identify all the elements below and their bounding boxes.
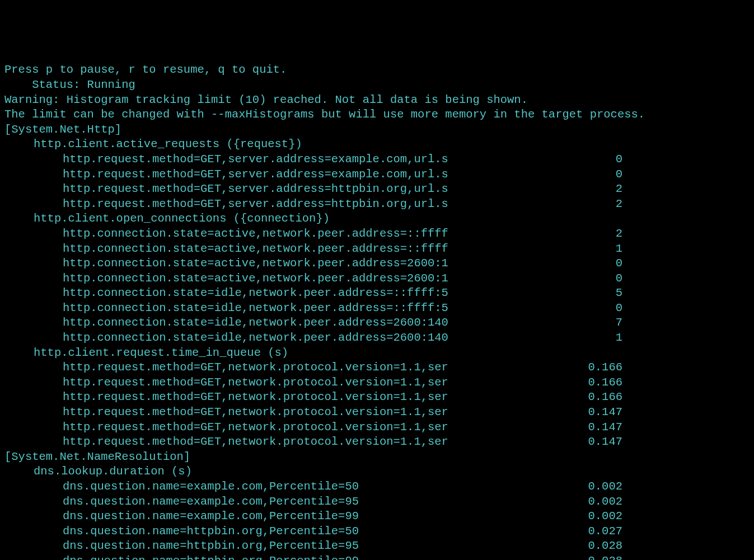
metric-row-0-0-1: http.request.method=GET,server.address=e… xyxy=(4,167,750,182)
metric-row-0-1-2-label: http.connection.state=active,network.pee… xyxy=(4,256,550,271)
metric-name-0-2: http.client.request.time_in_queue (s) xyxy=(4,346,750,361)
metric-row-0-1-1: http.connection.state=active,network.pee… xyxy=(4,242,750,257)
metric-row-1-0-1-value: 0.002 xyxy=(550,495,622,510)
metric-row-1-0-3-label: dns.question.name=httpbin.org,Percentile… xyxy=(4,524,550,539)
metric-row-1-0-4-value: 0.028 xyxy=(550,539,622,554)
metric-row-0-2-2-label: http.request.method=GET,network.protocol… xyxy=(4,390,550,405)
metric-row-0-1-5-label: http.connection.state=idle,network.peer.… xyxy=(4,301,550,316)
group-title-0: [System.Net.Http] xyxy=(4,123,750,138)
metric-row-0-1-4: http.connection.state=idle,network.peer.… xyxy=(4,286,750,301)
metric-row-0-0-0: http.request.method=GET,server.address=e… xyxy=(4,152,750,167)
metric-row-0-1-0-label: http.connection.state=active,network.pee… xyxy=(4,227,550,242)
metric-row-0-0-3-label: http.request.method=GET,server.address=h… xyxy=(4,197,550,212)
terminal-output: Press p to pause, r to resume, q to quit… xyxy=(4,63,750,560)
metric-row-1-0-4-label: dns.question.name=httpbin.org,Percentile… xyxy=(4,539,550,554)
metric-row-1-0-5: dns.question.name=httpbin.org,Percentile… xyxy=(4,554,750,560)
metric-row-1-0-0-label: dns.question.name=example.com,Percentile… xyxy=(4,479,550,495)
metric-row-0-0-2: http.request.method=GET,server.address=h… xyxy=(4,182,750,197)
metric-row-0-2-1-label: http.request.method=GET,network.protocol… xyxy=(4,375,550,390)
metric-row-0-1-7-value: 1 xyxy=(550,331,622,346)
group-title-1: [System.Net.NameResolution] xyxy=(4,450,750,465)
metric-name-1-0: dns.lookup.duration (s) xyxy=(4,464,750,479)
hint-line: Press p to pause, r to resume, q to quit… xyxy=(4,63,750,78)
status-line: Status: Running xyxy=(4,78,750,93)
metric-row-0-0-0-value: 0 xyxy=(550,152,622,167)
metric-row-0-1-0-value: 2 xyxy=(550,227,622,242)
metric-row-0-2-0: http.request.method=GET,network.protocol… xyxy=(4,360,750,375)
metric-row-0-1-1-value: 1 xyxy=(550,242,622,257)
metric-row-1-0-5-value: 0.028 xyxy=(550,554,622,560)
metric-row-0-2-5-label: http.request.method=GET,network.protocol… xyxy=(4,435,550,450)
metric-row-0-2-2: http.request.method=GET,network.protocol… xyxy=(4,390,750,405)
metric-row-1-0-5-label: dns.question.name=httpbin.org,Percentile… xyxy=(4,554,550,560)
metric-row-1-0-1-label: dns.question.name=example.com,Percentile… xyxy=(4,495,550,510)
metric-row-0-2-4-label: http.request.method=GET,network.protocol… xyxy=(4,420,550,435)
metric-row-0-2-3-label: http.request.method=GET,network.protocol… xyxy=(4,405,550,420)
metric-row-0-2-5: http.request.method=GET,network.protocol… xyxy=(4,435,750,450)
metric-row-0-2-3: http.request.method=GET,network.protocol… xyxy=(4,405,750,420)
metric-row-1-0-2: dns.question.name=example.com,Percentile… xyxy=(4,509,750,524)
metric-row-0-2-1: http.request.method=GET,network.protocol… xyxy=(4,375,750,390)
metric-row-0-1-5: http.connection.state=idle,network.peer.… xyxy=(4,301,750,316)
metric-row-0-1-2: http.connection.state=active,network.pee… xyxy=(4,256,750,271)
metric-row-0-0-3: http.request.method=GET,server.address=h… xyxy=(4,197,750,212)
metric-row-0-0-3-value: 2 xyxy=(550,197,622,212)
metric-row-0-0-0-label: http.request.method=GET,server.address=e… xyxy=(4,152,550,167)
metric-row-0-0-1-value: 0 xyxy=(550,167,622,182)
metric-row-1-0-3-value: 0.027 xyxy=(550,524,622,539)
metric-row-0-1-3: http.connection.state=active,network.pee… xyxy=(4,271,750,286)
metric-row-0-2-3-value: 0.147 xyxy=(550,405,622,420)
metric-row-0-1-6: http.connection.state=idle,network.peer.… xyxy=(4,316,750,331)
metric-row-0-1-6-label: http.connection.state=idle,network.peer.… xyxy=(4,316,550,331)
metric-row-0-2-2-value: 0.166 xyxy=(550,390,622,405)
metric-row-1-0-4: dns.question.name=httpbin.org,Percentile… xyxy=(4,539,750,554)
metric-row-0-1-2-value: 0 xyxy=(550,256,622,271)
metric-row-0-0-1-label: http.request.method=GET,server.address=e… xyxy=(4,167,550,182)
metric-row-0-2-5-value: 0.147 xyxy=(550,435,622,450)
metric-row-0-2-4-value: 0.147 xyxy=(550,420,622,435)
metric-name-0-1: http.client.open_connections ({connectio… xyxy=(4,211,750,227)
metric-row-1-0-2-value: 0.002 xyxy=(550,509,622,524)
metric-row-0-1-5-value: 0 xyxy=(550,301,622,316)
metric-row-0-1-3-value: 0 xyxy=(550,271,622,286)
metric-row-0-0-2-value: 2 xyxy=(550,182,622,197)
metric-row-0-1-4-value: 5 xyxy=(550,286,622,301)
metric-row-1-0-1: dns.question.name=example.com,Percentile… xyxy=(4,495,750,510)
metric-row-1-0-0: dns.question.name=example.com,Percentile… xyxy=(4,479,750,495)
metric-row-1-0-0-value: 0.002 xyxy=(550,479,622,495)
metric-row-0-1-6-value: 7 xyxy=(550,316,622,331)
metric-row-0-2-1-value: 0.166 xyxy=(550,375,622,390)
metric-row-0-1-4-label: http.connection.state=idle,network.peer.… xyxy=(4,286,550,301)
metric-row-0-1-0: http.connection.state=active,network.pee… xyxy=(4,227,750,242)
metric-row-0-1-1-label: http.connection.state=active,network.pee… xyxy=(4,242,550,257)
metric-row-0-1-3-label: http.connection.state=active,network.pee… xyxy=(4,271,550,286)
warning-line-2: The limit can be changed with --maxHisto… xyxy=(4,107,750,123)
warning-line-1: Warning: Histogram tracking limit (10) r… xyxy=(4,93,750,108)
metric-row-0-1-7-label: http.connection.state=idle,network.peer.… xyxy=(4,331,550,346)
metric-row-0-2-0-label: http.request.method=GET,network.protocol… xyxy=(4,360,550,375)
metric-row-0-0-2-label: http.request.method=GET,server.address=h… xyxy=(4,182,550,197)
metric-row-0-1-7: http.connection.state=idle,network.peer.… xyxy=(4,331,750,346)
metric-name-0-0: http.client.active_requests ({request}) xyxy=(4,137,750,152)
metric-row-0-2-4: http.request.method=GET,network.protocol… xyxy=(4,420,750,435)
metric-row-1-0-2-label: dns.question.name=example.com,Percentile… xyxy=(4,509,550,524)
metric-row-1-0-3: dns.question.name=httpbin.org,Percentile… xyxy=(4,524,750,539)
metric-row-0-2-0-value: 0.166 xyxy=(550,360,622,375)
